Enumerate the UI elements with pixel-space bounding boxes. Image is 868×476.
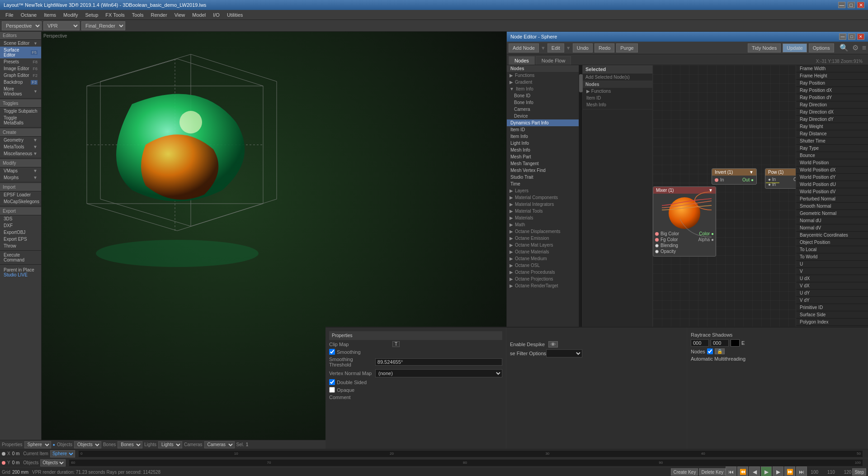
double-sided-checkbox[interactable]: [329, 379, 335, 385]
timeline-track-1[interactable]: 0 10 20 30 40 50: [79, 451, 863, 457]
parent-in-place-btn[interactable]: Parent in Place Studio LIVE: [0, 266, 41, 279]
undo-btn[interactable]: Undo: [573, 43, 593, 52]
nl-gradient[interactable]: ▶Gradient: [507, 79, 579, 86]
surface-editor-btn[interactable]: Surface EditorF5: [0, 47, 41, 58]
nl-nodes-header[interactable]: Nodes: [507, 65, 579, 72]
redo-btn[interactable]: Redo: [594, 43, 614, 52]
nl-functions[interactable]: ▶Functions: [507, 72, 579, 79]
skip-end-btn[interactable]: ⏭: [796, 466, 807, 476]
metatools-btn[interactable]: MetaTools▼: [0, 143, 41, 150]
vertex-normal-select[interactable]: (none): [375, 369, 502, 377]
skip-start-btn[interactable]: ⏮: [726, 466, 736, 476]
update-btn[interactable]: Update: [783, 43, 807, 52]
nl-item-id[interactable]: Item ID: [507, 126, 579, 133]
add-node-btn[interactable]: Add Node: [509, 43, 539, 52]
nl-bone-info[interactable]: Bone Info: [507, 99, 579, 106]
objects-dropdown[interactable]: Objects: [40, 459, 66, 466]
add-selected-nodes-btn[interactable]: Add Selected Node(s): [583, 74, 652, 81]
editors-section[interactable]: Editors: [0, 32, 41, 40]
nl-studio-trait[interactable]: Studio Trait: [507, 174, 579, 181]
filter-options-select[interactable]: [546, 349, 582, 357]
tab-node-flow[interactable]: Node Flow: [536, 56, 571, 65]
scene-editor-btn[interactable]: Scene Editor▼: [0, 40, 41, 47]
options-btn[interactable]: Options: [809, 43, 834, 52]
nl-light-info[interactable]: Light Info: [507, 140, 579, 147]
nl-material-components[interactable]: ▶Material Components: [507, 194, 579, 201]
rnl-mesh-info[interactable]: Mesh Info: [583, 101, 652, 108]
nl-item-info[interactable]: ▼Item Info: [507, 86, 579, 92]
close-btn[interactable]: ✕: [857, 2, 864, 8]
nl-time[interactable]: Time: [507, 181, 579, 187]
nl-octane-procedurals[interactable]: ▶Octane Procedurals: [507, 269, 579, 276]
lights-select[interactable]: Lights: [158, 441, 182, 448]
menu-io[interactable]: I/O: [209, 11, 223, 19]
menu-render[interactable]: Render: [147, 11, 171, 19]
ne-minimize-btn[interactable]: —: [839, 33, 846, 40]
more-windows-btn[interactable]: More Windows▼: [0, 86, 41, 97]
geometry-btn[interactable]: Geometry▼: [0, 137, 41, 143]
backdrop-btn[interactable]: BackdropF3: [0, 79, 41, 86]
nl-mesh-vertex-find[interactable]: Mesh Vertex Find: [507, 167, 579, 174]
step-btn[interactable]: Step: [852, 468, 866, 476]
exportobj-btn[interactable]: ExportOBJ: [0, 229, 41, 236]
menu-modify[interactable]: Modify: [60, 11, 81, 19]
rgb-g-input[interactable]: [711, 339, 729, 347]
menu-file[interactable]: File: [2, 11, 17, 19]
nl-octane-materials[interactable]: ▶Octane Materials: [507, 248, 579, 255]
tab-nodes[interactable]: Nodes: [509, 56, 535, 65]
throw-btn[interactable]: Throw: [0, 243, 41, 249]
menu-utilities[interactable]: Utilities: [223, 11, 246, 19]
modify-section[interactable]: Modify: [0, 159, 41, 167]
menu-fxtools[interactable]: FX Tools: [102, 11, 128, 19]
ne-close-btn[interactable]: ✕: [857, 33, 864, 40]
purge-btn[interactable]: Purge: [616, 43, 637, 52]
nl-octane-projections[interactable]: ▶Octane Projections: [507, 276, 579, 282]
mixer-node[interactable]: Mixer (1) ▼ Big ColorColor ● Fg ColorAlp…: [653, 186, 716, 257]
props-tab-properties[interactable]: Properties: [329, 331, 502, 340]
create-section[interactable]: Create: [0, 129, 41, 137]
next-key-btn[interactable]: ⏩: [784, 466, 795, 476]
toggles-section[interactable]: Toggles: [0, 100, 41, 108]
menu-octane[interactable]: Octane: [17, 11, 40, 19]
clip-map-key[interactable]: T: [392, 341, 400, 347]
nl-materials[interactable]: ▶Materials: [507, 214, 579, 221]
next-frame-btn[interactable]: ▶: [773, 466, 783, 476]
bones-select[interactable]: Bones: [118, 441, 142, 448]
import-section[interactable]: Import: [0, 183, 41, 191]
vpr-select[interactable]: VPR: [43, 21, 80, 30]
nl-dynamics-part-info[interactable]: Dynamics Part Info: [507, 119, 579, 126]
render-select[interactable]: Final_Render: [81, 21, 125, 30]
miscellaneous-btn[interactable]: Miscellaneous▼: [0, 150, 41, 157]
nl-bone-id[interactable]: Bone ID: [507, 92, 579, 99]
toggle-metaballs-btn[interactable]: Toggle MetaBalls: [0, 114, 41, 126]
nl-material-tools[interactable]: ▶Material Tools: [507, 208, 579, 214]
menu-tools[interactable]: Tools: [128, 11, 147, 19]
prev-frame-btn[interactable]: ◀: [749, 466, 760, 476]
delete-key-btn[interactable]: Delete Key: [699, 468, 726, 476]
presets-btn[interactable]: PresetsF8: [0, 58, 41, 65]
3ds-btn[interactable]: 3DS: [0, 215, 41, 222]
image-editor-btn[interactable]: Image EditorF6: [0, 65, 41, 72]
rnl-item-id[interactable]: Item ID: [583, 95, 652, 101]
objects-select[interactable]: Objects: [74, 441, 101, 448]
nl-octane-osl[interactable]: ▶Octane OSL: [507, 262, 579, 269]
nodes-edit-btn[interactable]: 🔒: [715, 348, 725, 354]
maximize-btn[interactable]: □: [848, 2, 855, 8]
export-eps-btn[interactable]: Export EPS: [0, 236, 41, 243]
menu-model[interactable]: Model: [189, 11, 209, 19]
execute-command-btn[interactable]: Execute Command: [0, 252, 41, 263]
invert-node[interactable]: Invert (1) ▼ In Out ●: [712, 168, 757, 185]
tidy-nodes-btn[interactable]: Tidy Nodes: [748, 43, 781, 52]
epsf-loader-btn[interactable]: EPSF Loader: [0, 191, 41, 198]
prev-key-btn[interactable]: ⏪: [737, 466, 748, 476]
opaque-checkbox[interactable]: [329, 387, 335, 393]
export-section[interactable]: Export: [0, 207, 41, 215]
mocap-btn[interactable]: MoCapSkelegons: [0, 198, 41, 205]
nl-mesh-part[interactable]: Mesh Part: [507, 153, 579, 160]
play-btn[interactable]: ▶: [761, 466, 772, 476]
nl-octane-emission[interactable]: ▶Octane Emission: [507, 235, 579, 242]
nl-mesh-tangent[interactable]: Mesh Tangent: [507, 160, 579, 167]
edit-btn[interactable]: Edit: [547, 43, 564, 52]
menu-items[interactable]: Items: [40, 11, 60, 19]
color-swatch[interactable]: [731, 339, 740, 347]
